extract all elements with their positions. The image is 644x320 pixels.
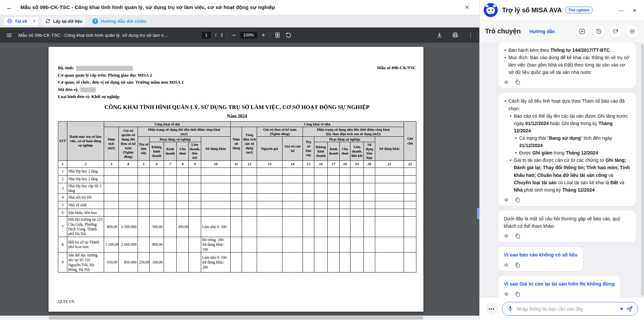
more-options-icon[interactable]: ⋮ [468,32,473,39]
info-line-2: Cơ quan quản lý cấp trên: Phòng giáo dục… [58,72,416,79]
new-chat-button[interactable] [576,25,588,38]
send-button[interactable] [626,305,633,313]
refresh-data-button[interactable]: Lấy lại dữ liệu [42,16,85,26]
column-number: 11 [231,161,242,168]
group-header-land: Công khai về đất [104,121,231,127]
col-header-stt: STT [58,121,67,161]
window-close-icon[interactable]: × [465,4,469,11]
cell [201,175,231,183]
cell-stt: 5 [58,201,67,209]
column-number: 8 [177,161,189,168]
close-icon[interactable]: × [633,7,637,14]
cell [189,237,201,252]
column-number: 17 [328,161,340,168]
caret-down-icon[interactable]: ▾ [30,17,38,25]
cell: Bỏ trống: 200 Sử dụng khác: 100 [201,237,231,252]
read-aloud-icon[interactable] [504,79,510,85]
cell [404,201,416,209]
tab-chat[interactable]: Trò chuyện [485,27,521,35]
message-actions [504,233,631,239]
read-aloud-icon[interactable] [504,291,510,297]
guide-link[interactable]: ? Hướng dẫn đối chiếu [92,18,146,24]
cell [164,175,177,183]
read-aloud-icon[interactable] [504,197,510,203]
more-options-button[interactable]: ••• [486,303,498,315]
col-header-other-use-land: Sử dụng khác [201,136,231,161]
cell: 2.000.000 [119,237,138,252]
minimize-icon[interactable]: — [619,7,624,13]
cell [328,175,340,183]
page-number-input[interactable]: 1 [202,32,211,38]
cell [314,237,328,252]
read-aloud-icon[interactable] [504,233,510,239]
cell [364,194,375,201]
copy-icon[interactable] [514,233,521,239]
cell [303,175,314,183]
assistant-title: Trợ lý số MISA AVA [502,6,562,14]
cell [340,209,350,217]
cell [104,168,119,175]
history-button[interactable] [592,25,605,38]
cell [283,183,303,194]
cell [375,194,404,201]
download-button[interactable]: Tải về ▾ [3,16,38,26]
faq-suggestion[interactable]: Vì sao báo cáo không có số liệu [498,247,583,271]
cell [201,194,231,201]
copy-icon[interactable] [514,262,521,268]
cell [404,217,416,237]
faq-suggestion[interactable]: Vì sao Giá trị còn lại tài sản hiển thị … [498,276,620,298]
faq-suggestion-label[interactable]: Vì sao báo cáo không có số liệu [504,251,577,259]
col-header-land-value: Giá trị quyền sử dụng đất theo sổ kế toá… [119,127,138,161]
cell [283,194,303,201]
print-icon[interactable] [452,32,459,38]
read-aloud-icon[interactable] [504,262,510,268]
column-number: 21 [375,161,404,168]
column-number: 12 [242,161,257,168]
cell [242,209,257,217]
cell [303,183,314,194]
scrollbar-thumb[interactable] [49,316,423,319]
report-toolbar: Tải về ▾ Lấy lại dữ liệu ? Hướng dẫn đối… [0,15,479,27]
copy-icon[interactable] [514,291,521,297]
col-header-joint-land: Liên doanh, liên kết [189,142,201,161]
faq-suggestion-label[interactable]: Vì sao Giá trị còn lại tài sản hiển thị … [504,280,615,288]
download-icon[interactable] [436,32,443,38]
cell [375,252,404,273]
table-row: 8Đất trụ sở tại Thành phố Kon tum1.100,0… [58,237,416,252]
microphone-icon[interactable] [507,305,514,312]
cell [303,252,314,273]
cell [328,168,340,175]
cell [257,183,283,194]
cell [364,209,375,217]
menu-button[interactable] [626,25,639,38]
copy-icon[interactable] [514,197,521,203]
cell [375,168,404,175]
cell [283,175,303,183]
cell [119,209,138,217]
chat-scrollbar[interactable] [641,44,643,296]
column-number-row: 12345678910111213141516171819202122 [58,161,416,168]
cell [164,252,177,273]
table-body: 123456789101112131415161718192021221Nhà … [58,161,416,273]
rotate-icon[interactable] [285,32,292,38]
message-input[interactable] [517,306,617,312]
cell [404,194,416,201]
cell [350,175,364,183]
message-actions [504,79,631,85]
guide-link-chat[interactable]: Hướng dẫn [530,29,555,34]
table-row: 7Đất hội trường tại 225 Cầu Giấy, Phường… [58,217,416,237]
fit-page-icon[interactable] [274,32,281,38]
cell-category: Đất trụ sở tại Thành phố Kon tum [67,237,104,252]
zoom-in-icon[interactable]: + [262,32,265,38]
zoom-out-icon[interactable]: − [232,32,236,38]
back-arrow-icon[interactable]: ← [6,3,13,11]
menu-icon[interactable] [6,32,12,38]
prompt-library-button[interactable] [609,25,622,38]
cell [340,217,350,237]
horizontal-scrollbar[interactable] [0,316,479,320]
pdf-content-area[interactable]: Mẫu số 09b-CK/TSC Bộ, tỉnh: Cơ quan quản… [0,43,479,320]
copy-icon[interactable] [514,79,521,85]
cell [242,252,257,273]
panel-collapse-handle[interactable] [477,208,479,219]
zoom-level[interactable]: 100% [240,32,257,38]
